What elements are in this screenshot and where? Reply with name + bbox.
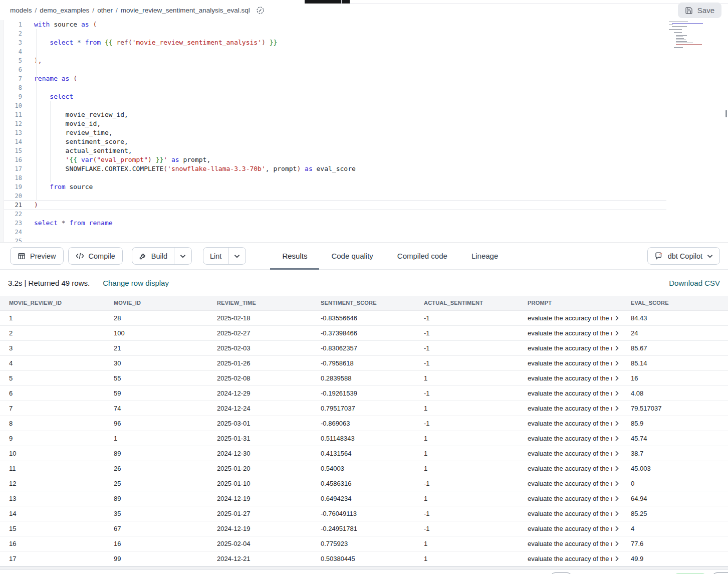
table-row[interactable]: 12252025-01-100.4586316-1evaluate the ac… xyxy=(0,476,728,491)
minimap[interactable] xyxy=(669,22,724,50)
table-row[interactable]: 17992024-12-210.503804451evaluate the ac… xyxy=(0,551,728,566)
code-text xyxy=(22,192,34,201)
code-line-24[interactable]: 24 xyxy=(0,228,728,237)
code-line-20[interactable]: 20 xyxy=(0,192,728,201)
code-line-14[interactable]: 14 sentiment_score, xyxy=(0,137,728,146)
code-line-8[interactable]: 8 xyxy=(0,83,728,92)
build-button[interactable]: Build xyxy=(132,248,174,264)
expand-prompt-icon[interactable] xyxy=(615,345,619,351)
column-header-actual_sentiment[interactable]: ACTUAL_SENTIMENT xyxy=(415,296,519,310)
code-line-19[interactable]: 19 from source xyxy=(0,182,728,192)
table-row[interactable]: 15672024-12-19-0.24951781-1evaluate the … xyxy=(0,521,728,536)
code-line-1[interactable]: 1with source as ( xyxy=(0,20,728,29)
code-line-15[interactable]: 15 actual_sentiment, xyxy=(0,146,728,155)
code-text: ), xyxy=(22,56,42,65)
code-line-21[interactable]: 21) xyxy=(0,201,666,210)
expand-prompt-icon[interactable] xyxy=(615,330,619,336)
column-header-prompt[interactable]: PROMPT xyxy=(519,296,622,310)
table-cell: 5 xyxy=(0,370,105,386)
tab-results[interactable]: Results xyxy=(270,242,319,270)
bottom-button-fragment[interactable] xyxy=(550,572,572,574)
table-row[interactable]: 4302025-01-26-0.7958618-1evaluate the ac… xyxy=(0,355,728,370)
lint-dropdown-chevron[interactable] xyxy=(228,248,246,264)
compile-button[interactable]: Compile xyxy=(68,247,123,265)
tab-code-quality[interactable]: Code quality xyxy=(319,242,385,270)
column-header-eval_score[interactable]: EVAL_SCORE xyxy=(622,296,728,310)
breadcrumb-item[interactable]: other xyxy=(97,7,113,14)
tab-compiled-code[interactable]: Compiled code xyxy=(385,242,459,270)
expand-prompt-icon[interactable] xyxy=(615,406,619,411)
expand-prompt-icon[interactable] xyxy=(615,511,619,516)
expand-prompt-icon[interactable] xyxy=(615,451,619,456)
expand-prompt-icon[interactable] xyxy=(615,556,619,561)
save-button[interactable]: Save xyxy=(678,3,721,18)
preview-label: Preview xyxy=(30,252,56,260)
column-header-movie_id[interactable]: MOVIE_ID xyxy=(105,296,208,310)
code-line-3[interactable]: 3 select * from {{ ref('movie_review_sen… xyxy=(0,38,728,47)
table-row[interactable]: 10892024-12-300.41315641evaluate the acc… xyxy=(0,446,728,461)
table-row[interactable]: 3212025-02-03-0.83062357-1evaluate the a… xyxy=(0,340,728,355)
expand-prompt-icon[interactable] xyxy=(615,315,619,321)
table-row[interactable]: 11262025-01-200.540031evaluate the accur… xyxy=(0,461,728,476)
table-cell: -1 xyxy=(415,506,519,521)
table-row[interactable]: 1282025-02-18-0.83556646-1evaluate the a… xyxy=(0,310,728,325)
code-line-17[interactable]: 17 SNOWFLAKE.CORTEX.COMPLETE('snowflake-… xyxy=(0,164,728,173)
expand-prompt-icon[interactable] xyxy=(615,375,619,381)
preview-table-icon xyxy=(18,252,26,260)
code-line-2[interactable]: 2 xyxy=(0,29,728,38)
code-line-11[interactable]: 11 movie_review_id, xyxy=(0,110,728,119)
expand-prompt-icon[interactable] xyxy=(615,360,619,366)
download-csv-link[interactable]: Download CSV xyxy=(669,279,720,287)
code-line-9[interactable]: 9 select xyxy=(0,92,728,101)
breadcrumb-separator: / xyxy=(116,7,118,14)
breadcrumb-item[interactable]: movie_review_sentiment_analysis_eval.sql xyxy=(121,7,250,14)
code-line-5[interactable]: 5), xyxy=(0,56,728,65)
dbt-copilot-button[interactable]: dbt Copilot xyxy=(647,247,720,265)
code-line-13[interactable]: 13 review_time, xyxy=(0,128,728,137)
breadcrumb-item[interactable]: demo_examples xyxy=(40,7,89,14)
table-row[interactable]: 8962025-03-01-0.869063-1evaluate the acc… xyxy=(0,416,728,431)
expand-prompt-icon[interactable] xyxy=(615,481,619,486)
code-line-4[interactable]: 4 xyxy=(0,47,728,56)
column-header-review_time[interactable]: REVIEW_TIME xyxy=(208,296,312,310)
expand-prompt-icon[interactable] xyxy=(615,526,619,531)
preview-button[interactable]: Preview xyxy=(10,247,64,265)
code-line-10[interactable]: 10 xyxy=(0,101,728,110)
code-line-25[interactable]: 25 xyxy=(0,237,728,242)
table-row[interactable]: 21002025-02-27-0.37398466-1evaluate the … xyxy=(0,325,728,340)
table-cell: 15 xyxy=(0,521,105,536)
change-row-display-link[interactable]: Change row display xyxy=(103,279,169,287)
expand-prompt-icon[interactable] xyxy=(615,391,619,396)
breadcrumb-item[interactable]: models xyxy=(10,7,32,14)
editor-scrollbar-thumb[interactable] xyxy=(725,110,727,117)
table-row[interactable]: 16162025-02-040.7759231evaluate the accu… xyxy=(0,536,728,551)
sql-code-editor[interactable]: 1with source as (23 select * from {{ ref… xyxy=(0,20,728,242)
tab-lineage[interactable]: Lineage xyxy=(459,242,510,270)
prompt-cell: evaluate the accuracy of the res… xyxy=(519,461,622,476)
table-row[interactable]: 13892024-12-190.64942341evaluate the acc… xyxy=(0,491,728,506)
table-row[interactable]: 5552025-02-080.28395881evaluate the accu… xyxy=(0,370,728,386)
prompt-cell: evaluate the accuracy of the res… xyxy=(519,340,622,355)
code-line-23[interactable]: 23select * from rename xyxy=(0,219,728,228)
code-text xyxy=(22,29,34,38)
code-line-6[interactable]: 6 xyxy=(0,65,728,74)
expand-prompt-icon[interactable] xyxy=(615,466,619,471)
expand-prompt-icon[interactable] xyxy=(615,541,619,546)
table-row[interactable]: 6592024-12-29-0.19261539-1evaluate the a… xyxy=(0,386,728,401)
lint-button[interactable]: Lint xyxy=(203,248,228,264)
code-line-18[interactable]: 18 xyxy=(0,173,728,182)
column-header-movie_review_id[interactable]: MOVIE_REVIEW_ID xyxy=(0,296,105,310)
column-header-sentiment_score[interactable]: SENTIMENT_SCORE xyxy=(312,296,415,310)
bottom-button-fragment[interactable] xyxy=(712,572,728,574)
table-row[interactable]: 7742024-12-240.795170371evaluate the acc… xyxy=(0,401,728,416)
table-row[interactable]: 912025-01-310.511483431evaluate the accu… xyxy=(0,431,728,446)
expand-prompt-icon[interactable] xyxy=(615,436,619,441)
code-line-16[interactable]: 16 '{{ var("eval_prompt") }}' as prompt, xyxy=(0,155,728,164)
table-row[interactable]: 14352025-01-27-0.76049113-1evaluate the … xyxy=(0,506,728,521)
code-line-22[interactable]: 22 xyxy=(0,210,728,219)
expand-prompt-icon[interactable] xyxy=(615,496,619,501)
build-dropdown-chevron[interactable] xyxy=(174,248,191,264)
expand-prompt-icon[interactable] xyxy=(615,421,619,426)
code-line-12[interactable]: 12 movie_id, xyxy=(0,119,728,128)
code-line-7[interactable]: 7rename as ( xyxy=(0,74,728,83)
